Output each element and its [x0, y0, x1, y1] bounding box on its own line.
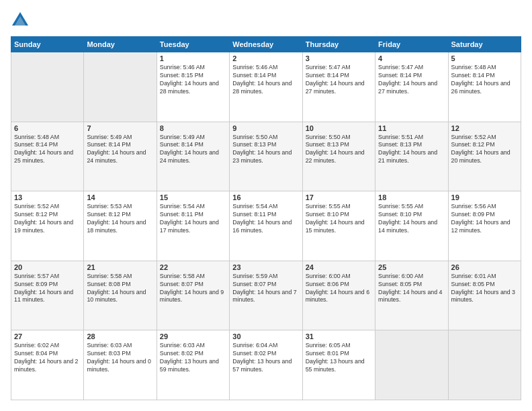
day-info: Sunrise: 6:02 AMSunset: 8:04 PMDaylight:…: [14, 342, 81, 374]
weekday-header: Friday: [375, 37, 448, 52]
day-info: Sunrise: 5:51 AMSunset: 8:13 PMDaylight:…: [378, 134, 445, 166]
calendar-cell: 6Sunrise: 5:48 AMSunset: 8:14 PMDaylight…: [11, 122, 84, 191]
day-number: 14: [87, 193, 153, 201]
day-number: 27: [14, 332, 81, 340]
day-info: Sunrise: 6:00 AMSunset: 8:05 PMDaylight:…: [378, 273, 445, 305]
calendar-cell: 15Sunrise: 5:54 AMSunset: 8:11 PMDayligh…: [157, 191, 229, 261]
day-info: Sunrise: 5:58 AMSunset: 8:08 PMDaylight:…: [87, 273, 153, 305]
day-info: Sunrise: 5:47 AMSunset: 8:14 PMDaylight:…: [378, 64, 445, 96]
day-number: 18: [378, 193, 445, 201]
calendar-week-row: 1Sunrise: 5:46 AMSunset: 8:15 PMDaylight…: [11, 52, 521, 122]
day-info: Sunrise: 5:55 AMSunset: 8:10 PMDaylight:…: [306, 203, 372, 235]
day-info: Sunrise: 5:49 AMSunset: 8:14 PMDaylight:…: [160, 134, 226, 166]
day-number: 19: [451, 193, 518, 201]
day-number: 20: [14, 263, 81, 271]
day-info: Sunrise: 6:00 AMSunset: 8:06 PMDaylight:…: [306, 273, 372, 305]
calendar-cell: 27Sunrise: 6:02 AMSunset: 8:04 PMDayligh…: [11, 330, 84, 400]
calendar-cell: 13Sunrise: 5:52 AMSunset: 8:12 PMDayligh…: [11, 191, 84, 261]
day-info: Sunrise: 5:53 AMSunset: 8:12 PMDaylight:…: [87, 203, 153, 235]
calendar-cell: 26Sunrise: 6:01 AMSunset: 8:05 PMDayligh…: [448, 261, 521, 330]
calendar-week-row: 20Sunrise: 5:57 AMSunset: 8:09 PMDayligh…: [11, 261, 521, 330]
calendar-cell: 22Sunrise: 5:58 AMSunset: 8:07 PMDayligh…: [157, 261, 229, 330]
calendar-cell: 30Sunrise: 6:04 AMSunset: 8:02 PMDayligh…: [230, 330, 302, 400]
day-info: Sunrise: 6:03 AMSunset: 8:02 PMDaylight:…: [160, 342, 226, 374]
day-info: Sunrise: 6:04 AMSunset: 8:02 PMDaylight:…: [232, 342, 299, 374]
calendar-cell: 25Sunrise: 6:00 AMSunset: 8:05 PMDayligh…: [375, 261, 448, 330]
day-number: 12: [451, 124, 518, 132]
day-info: Sunrise: 5:48 AMSunset: 8:14 PMDaylight:…: [451, 64, 518, 96]
calendar-cell: [84, 52, 157, 122]
calendar-cell: 8Sunrise: 5:49 AMSunset: 8:14 PMDaylight…: [157, 122, 229, 191]
weekday-header: Tuesday: [157, 37, 229, 52]
day-info: Sunrise: 5:47 AMSunset: 8:14 PMDaylight:…: [306, 64, 372, 96]
day-number: 28: [87, 332, 153, 340]
day-number: 21: [87, 263, 153, 271]
day-info: Sunrise: 5:46 AMSunset: 8:14 PMDaylight:…: [232, 64, 299, 96]
calendar-cell: 29Sunrise: 6:03 AMSunset: 8:02 PMDayligh…: [157, 330, 229, 400]
day-number: 3: [306, 54, 372, 62]
calendar-cell: 7Sunrise: 5:49 AMSunset: 8:14 PMDaylight…: [84, 122, 157, 191]
calendar-cell: [375, 330, 448, 400]
day-number: 25: [378, 263, 445, 271]
calendar-cell: 28Sunrise: 6:03 AMSunset: 8:03 PMDayligh…: [84, 330, 157, 400]
day-info: Sunrise: 5:52 AMSunset: 8:12 PMDaylight:…: [451, 134, 518, 166]
weekday-row: SundayMondayTuesdayWednesdayThursdayFrid…: [11, 37, 521, 52]
weekday-header: Monday: [84, 37, 157, 52]
day-number: 11: [378, 124, 445, 132]
calendar-cell: 10Sunrise: 5:50 AMSunset: 8:13 PMDayligh…: [302, 122, 375, 191]
day-number: 15: [160, 193, 226, 201]
day-number: 30: [232, 332, 299, 340]
calendar-cell: 2Sunrise: 5:46 AMSunset: 8:14 PMDaylight…: [230, 52, 302, 122]
day-number: 17: [306, 193, 372, 201]
day-info: Sunrise: 6:01 AMSunset: 8:05 PMDaylight:…: [451, 273, 518, 305]
day-number: 26: [451, 263, 518, 271]
day-number: 8: [160, 124, 226, 132]
calendar-cell: 11Sunrise: 5:51 AMSunset: 8:13 PMDayligh…: [375, 122, 448, 191]
day-info: Sunrise: 5:57 AMSunset: 8:09 PMDaylight:…: [14, 273, 81, 305]
day-number: 23: [232, 263, 299, 271]
calendar-cell: 23Sunrise: 5:59 AMSunset: 8:07 PMDayligh…: [230, 261, 302, 330]
day-info: Sunrise: 5:54 AMSunset: 8:11 PMDaylight:…: [160, 203, 226, 235]
day-number: 29: [160, 332, 226, 340]
calendar-cell: 17Sunrise: 5:55 AMSunset: 8:10 PMDayligh…: [302, 191, 375, 261]
calendar-cell: 14Sunrise: 5:53 AMSunset: 8:12 PMDayligh…: [84, 191, 157, 261]
calendar-cell: 31Sunrise: 6:05 AMSunset: 8:01 PMDayligh…: [302, 330, 375, 400]
calendar-week-row: 27Sunrise: 6:02 AMSunset: 8:04 PMDayligh…: [11, 330, 521, 400]
calendar-cell: 3Sunrise: 5:47 AMSunset: 8:14 PMDaylight…: [302, 52, 375, 122]
calendar-cell: 12Sunrise: 5:52 AMSunset: 8:12 PMDayligh…: [448, 122, 521, 191]
day-info: Sunrise: 5:58 AMSunset: 8:07 PMDaylight:…: [160, 273, 226, 305]
calendar-cell: [11, 52, 84, 122]
header: [11, 11, 521, 30]
calendar-header: SundayMondayTuesdayWednesdayThursdayFrid…: [11, 37, 521, 52]
calendar-body: 1Sunrise: 5:46 AMSunset: 8:15 PMDaylight…: [11, 52, 521, 400]
day-number: 6: [14, 124, 81, 132]
calendar-cell: 4Sunrise: 5:47 AMSunset: 8:14 PMDaylight…: [375, 52, 448, 122]
day-info: Sunrise: 5:46 AMSunset: 8:15 PMDaylight:…: [160, 64, 226, 96]
day-number: 24: [306, 263, 372, 271]
calendar-cell: 20Sunrise: 5:57 AMSunset: 8:09 PMDayligh…: [11, 261, 84, 330]
day-info: Sunrise: 6:05 AMSunset: 8:01 PMDaylight:…: [306, 342, 372, 374]
day-info: Sunrise: 5:50 AMSunset: 8:13 PMDaylight:…: [232, 134, 299, 166]
calendar-cell: 5Sunrise: 5:48 AMSunset: 8:14 PMDaylight…: [448, 52, 521, 122]
calendar-cell: 9Sunrise: 5:50 AMSunset: 8:13 PMDaylight…: [230, 122, 302, 191]
calendar-cell: 16Sunrise: 5:54 AMSunset: 8:11 PMDayligh…: [230, 191, 302, 261]
day-info: Sunrise: 5:56 AMSunset: 8:09 PMDaylight:…: [451, 203, 518, 235]
logo-icon: [11, 11, 30, 30]
calendar-cell: 1Sunrise: 5:46 AMSunset: 8:15 PMDaylight…: [157, 52, 229, 122]
day-number: 9: [232, 124, 299, 132]
calendar-cell: [448, 330, 521, 400]
calendar-cell: 19Sunrise: 5:56 AMSunset: 8:09 PMDayligh…: [448, 191, 521, 261]
calendar-week-row: 13Sunrise: 5:52 AMSunset: 8:12 PMDayligh…: [11, 191, 521, 261]
page: SundayMondayTuesdayWednesdayThursdayFrid…: [0, 0, 532, 411]
day-number: 22: [160, 263, 226, 271]
day-info: Sunrise: 5:54 AMSunset: 8:11 PMDaylight:…: [232, 203, 299, 235]
calendar-cell: 21Sunrise: 5:58 AMSunset: 8:08 PMDayligh…: [84, 261, 157, 330]
logo: [11, 11, 32, 30]
day-number: 10: [306, 124, 372, 132]
weekday-header: Thursday: [302, 37, 375, 52]
weekday-header: Wednesday: [230, 37, 302, 52]
day-number: 4: [378, 54, 445, 62]
day-number: 1: [160, 54, 226, 62]
day-number: 13: [14, 193, 81, 201]
calendar-cell: 18Sunrise: 5:55 AMSunset: 8:10 PMDayligh…: [375, 191, 448, 261]
